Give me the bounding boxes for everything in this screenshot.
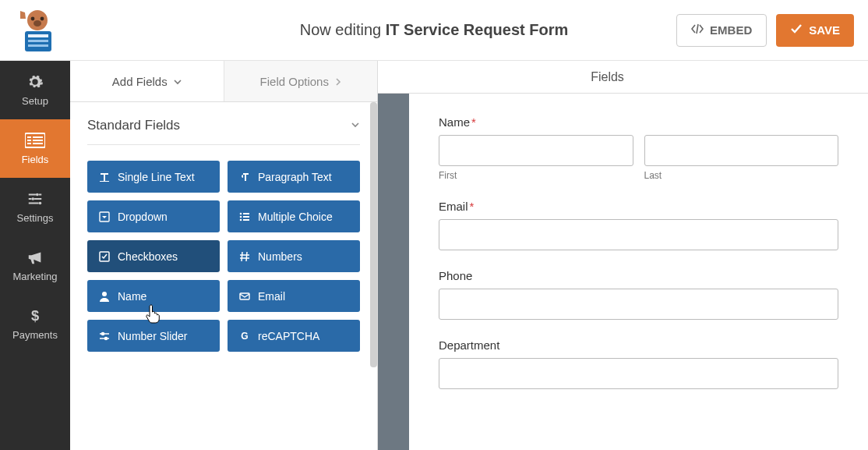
department-input[interactable]: [439, 358, 838, 389]
sublabel-first: First: [439, 170, 633, 181]
field-btn-label: Number Slider: [118, 330, 187, 342]
list-icon: [238, 211, 250, 222]
svg-rect-24: [243, 216, 249, 218]
text-icon: [98, 171, 110, 182]
save-button[interactable]: SAVE: [776, 14, 854, 47]
tab-label: Field Options: [260, 75, 329, 88]
field-btn-label: Name: [118, 290, 146, 303]
svg-point-31: [104, 337, 107, 339]
tab-field-options[interactable]: Field Options: [224, 61, 378, 101]
embed-button[interactable]: EMBED: [676, 14, 767, 47]
nav-payments[interactable]: $ Payments: [0, 295, 70, 353]
svg-point-17: [39, 202, 42, 205]
code-icon: [691, 23, 704, 37]
field-btn-label: Email: [258, 290, 285, 303]
svg-point-28: [102, 292, 107, 296]
chevron-down-icon: [174, 75, 182, 88]
chevron-down-icon: [351, 118, 360, 133]
sliders-icon: [98, 330, 110, 342]
field-label-text: Department: [439, 338, 499, 352]
svg-text:$: $: [31, 307, 39, 324]
svg-rect-9: [27, 136, 31, 138]
nav-label: Setup: [22, 95, 48, 107]
nav-fields[interactable]: Fields: [0, 119, 70, 178]
save-label: SAVE: [809, 23, 840, 37]
field-label-text: Name: [439, 115, 470, 129]
section-standard-fields[interactable]: Standard Fields: [87, 118, 360, 145]
field-name[interactable]: Name: [87, 280, 220, 312]
svg-rect-6: [28, 40, 48, 42]
required-asterisk: *: [470, 200, 475, 213]
form-name: IT Service Request Form: [386, 21, 569, 38]
svg-point-1: [31, 16, 35, 20]
name-last-input[interactable]: [644, 135, 839, 166]
user-icon: [98, 290, 110, 302]
panel-scrollbar[interactable]: [370, 102, 377, 367]
svg-point-23: [239, 215, 242, 218]
svg-text:G: G: [241, 331, 248, 342]
tab-label: Add Fields: [112, 75, 168, 88]
field-btn-label: Dropdown: [118, 211, 168, 223]
field-label-text: Email: [439, 200, 468, 213]
preview-field-department[interactable]: Department: [439, 338, 838, 389]
required-asterisk: *: [471, 115, 476, 129]
field-number-slider[interactable]: Number Slider: [87, 320, 220, 352]
app-logo: [14, 8, 61, 53]
sidebar-nav: Setup Fields Settings Marketing $ Paymen…: [0, 61, 70, 450]
nav-label: Payments: [12, 329, 58, 341]
nav-setup[interactable]: Setup: [0, 61, 70, 119]
envelope-icon: [238, 290, 250, 302]
svg-rect-13: [33, 140, 43, 141]
svg-point-30: [101, 332, 104, 335]
gear-icon: [26, 73, 44, 90]
preview-field-name[interactable]: Name* First Last: [439, 115, 838, 181]
page-title: Now editing IT Service Request Form: [300, 21, 569, 39]
section-title: Standard Fields: [87, 118, 180, 133]
nav-marketing[interactable]: Marketing: [0, 236, 70, 295]
field-btn-label: Multiple Choice: [258, 211, 333, 223]
nav-settings[interactable]: Settings: [0, 178, 70, 236]
name-first-input[interactable]: [439, 135, 633, 166]
field-single-line-text[interactable]: Single Line Text: [87, 161, 220, 193]
field-email[interactable]: Email: [228, 280, 360, 312]
preview-field-phone[interactable]: Phone: [439, 269, 838, 320]
svg-rect-26: [243, 219, 249, 221]
svg-rect-14: [33, 143, 43, 144]
svg-rect-5: [28, 34, 48, 37]
preview-field-email[interactable]: Email*: [439, 200, 838, 250]
svg-rect-11: [27, 143, 31, 144]
svg-rect-7: [28, 44, 48, 47]
field-dropdown[interactable]: Dropdown: [87, 200, 220, 232]
caret-square-icon: [98, 211, 110, 222]
svg-point-16: [31, 197, 34, 200]
tab-add-fields[interactable]: Add Fields: [70, 61, 224, 101]
sliders-icon: [26, 190, 44, 207]
field-numbers[interactable]: Numbers: [228, 240, 360, 272]
field-checkboxes[interactable]: Checkboxes: [87, 240, 220, 272]
svg-rect-12: [33, 136, 43, 138]
svg-point-25: [239, 218, 242, 221]
field-btn-label: Paragraph Text: [258, 171, 332, 183]
field-paragraph-text[interactable]: Paragraph Text: [228, 161, 360, 193]
svg-point-21: [239, 212, 242, 214]
svg-point-2: [41, 16, 44, 20]
field-btn-label: Single Line Text: [118, 171, 195, 183]
embed-label: EMBED: [710, 23, 752, 37]
field-multiple-choice[interactable]: Multiple Choice: [228, 200, 360, 232]
check-icon: [790, 23, 803, 37]
nav-label: Fields: [22, 154, 49, 165]
field-recaptcha[interactable]: G reCAPTCHA: [228, 320, 360, 352]
nav-label: Settings: [17, 212, 54, 224]
field-btn-label: Checkboxes: [118, 250, 178, 263]
phone-input[interactable]: [439, 289, 838, 320]
form-icon: [25, 132, 45, 149]
preview-header-label: Fields: [591, 70, 624, 84]
dollar-icon: $: [26, 307, 44, 324]
email-input[interactable]: [439, 219, 838, 250]
field-label-text: Phone: [439, 269, 472, 282]
check-square-icon: [98, 250, 110, 262]
form-preview: Name* First Last: [409, 94, 868, 450]
chevron-right-icon: [335, 75, 341, 88]
nav-label: Marketing: [12, 271, 57, 282]
field-btn-label: Numbers: [258, 250, 302, 263]
